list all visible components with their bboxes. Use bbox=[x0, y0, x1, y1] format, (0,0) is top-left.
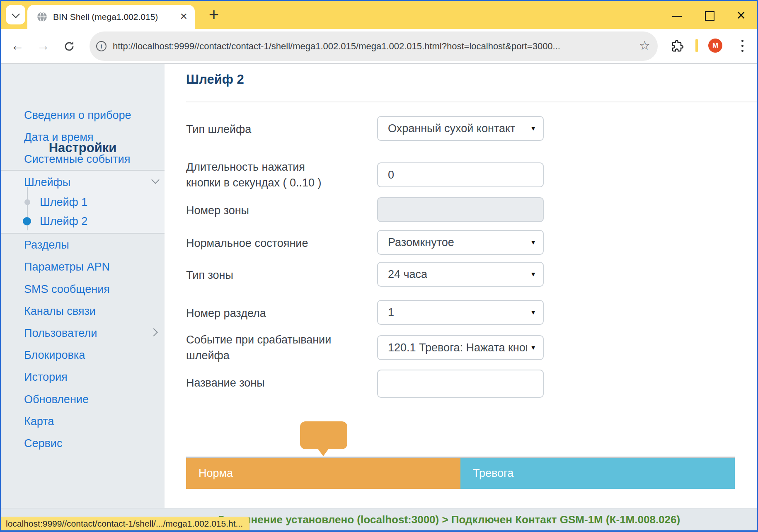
input-value: 0 bbox=[388, 163, 394, 186]
loop1-bullet-icon bbox=[24, 199, 30, 205]
field-label-zone-number: Номер зоны bbox=[186, 203, 340, 218]
state-alarm-label: Тревога bbox=[473, 467, 513, 479]
loop-state-bar: Норма Тревога bbox=[186, 457, 735, 489]
sidebar-divider bbox=[1, 233, 165, 234]
bookmark-star-icon[interactable]: ☆ bbox=[639, 31, 650, 61]
sidebar-item-partitions[interactable]: Разделы bbox=[24, 237, 69, 253]
toolbar-divider bbox=[1, 63, 757, 64]
sidebar-item-users[interactable]: Пользователи bbox=[24, 325, 97, 341]
theme-divider bbox=[695, 39, 698, 52]
tab-strip: BIN Shell (mega1.002.015) × + × bbox=[1, 1, 757, 29]
extensions-icon[interactable] bbox=[671, 40, 684, 52]
loop2-selected-bullet-icon bbox=[23, 217, 31, 225]
select-value: 1 bbox=[388, 301, 394, 324]
title-divider bbox=[186, 102, 757, 102]
state-segment-normal: Норма bbox=[186, 458, 460, 489]
forward-button[interactable]: → bbox=[34, 29, 52, 63]
globe-icon bbox=[36, 11, 48, 22]
sidebar-item-system-events[interactable]: Системные события bbox=[24, 151, 130, 167]
partition-number-select[interactable]: 1 ▼ bbox=[377, 300, 544, 325]
trigger-event-select[interactable]: 120.1 Тревога: Нажата кноп ▼ bbox=[377, 335, 544, 360]
dropdown-arrow-icon: ▼ bbox=[530, 301, 536, 324]
select-value: 24 часа bbox=[388, 263, 427, 286]
sidebar-divider bbox=[1, 170, 165, 171]
field-label-zone-name: Название зоны bbox=[186, 375, 340, 391]
browser-menu-button[interactable] bbox=[741, 40, 744, 55]
page-info-icon[interactable]: i bbox=[96, 41, 107, 51]
sidebar-item-sms[interactable]: SMS сообщения bbox=[24, 281, 110, 297]
link-preview-tooltip: localhost:9999//contact/contact-1/shell/… bbox=[1, 517, 249, 530]
field-label-press-duration: Длительность нажатия кнопки в секундах (… bbox=[186, 159, 340, 191]
window-border-left bbox=[0, 0, 1, 532]
page-title: Шлейф 2 bbox=[186, 72, 244, 87]
reload-button[interactable] bbox=[63, 40, 75, 53]
main-panel: Шлейф 2 Тип шлейфа Охранный сухой контак… bbox=[165, 64, 757, 508]
info-glyph: i bbox=[100, 43, 102, 50]
select-value: Разомкнутое bbox=[388, 231, 454, 254]
minimize-button[interactable] bbox=[668, 1, 686, 29]
field-label-zone-type: Тип зоны bbox=[186, 267, 340, 283]
new-tab-button[interactable]: + bbox=[205, 3, 223, 27]
sidebar-item-device-info[interactable]: Сведения о приборе bbox=[24, 107, 131, 123]
profile-avatar[interactable]: M bbox=[708, 39, 722, 53]
normal-state-select[interactable]: Разомкнутое ▼ bbox=[377, 230, 544, 255]
back-button[interactable]: ← bbox=[8, 29, 27, 63]
sidebar-item-service[interactable]: Сервис bbox=[24, 435, 62, 452]
zone-number-input bbox=[377, 197, 544, 222]
window-border-bottom bbox=[0, 530, 758, 532]
field-label-partition-number: Номер раздела bbox=[186, 305, 340, 321]
state-normal-label: Норма bbox=[199, 467, 233, 479]
tab-title: BIN Shell (mega1.002.015) bbox=[53, 5, 158, 29]
state-tooltip-bubble bbox=[300, 421, 347, 449]
dropdown-arrow-icon: ▼ bbox=[530, 263, 536, 286]
address-bar[interactable]: i http://localhost:9999//contact/contact… bbox=[90, 31, 658, 61]
select-value: Охранный сухой контакт bbox=[388, 117, 515, 140]
sidebar-item-apn[interactable]: Параметры APN bbox=[24, 259, 110, 275]
url-text[interactable]: http://localhost:9999//contact/contact-1… bbox=[113, 31, 629, 61]
sidebar-item-loop-1[interactable]: Шлейф 1 bbox=[40, 194, 87, 210]
close-window-button[interactable]: × bbox=[732, 1, 750, 29]
press-duration-input[interactable]: 0 bbox=[377, 162, 544, 187]
sidebar-item-date-time[interactable]: Дата и время bbox=[24, 129, 93, 145]
browser-window: BIN Shell (mega1.002.015) × + × ← → i ht… bbox=[0, 0, 758, 532]
settings-sidebar: Настройки Сведения о приборе Дата и врем… bbox=[1, 64, 165, 508]
sidebar-item-map[interactable]: Карта bbox=[24, 413, 54, 430]
close-icon: × bbox=[736, 7, 745, 24]
sidebar-item-history[interactable]: История bbox=[24, 369, 68, 385]
dropdown-arrow-icon: ▼ bbox=[530, 117, 536, 140]
minimize-icon bbox=[672, 16, 682, 17]
tab-search-button[interactable] bbox=[6, 5, 25, 24]
sidebar-item-loop-2[interactable]: Шлейф 2 bbox=[40, 213, 87, 230]
zone-name-input[interactable] bbox=[377, 370, 544, 398]
maximize-button[interactable] bbox=[700, 1, 719, 29]
chevron-down-icon bbox=[12, 10, 20, 18]
connection-status-message: Соединение установлено (localhost:3000) … bbox=[217, 508, 680, 530]
state-segment-alarm: Тревога bbox=[460, 458, 735, 489]
field-label-loop-type: Тип шлейфа bbox=[186, 121, 340, 137]
zone-type-select[interactable]: 24 часа ▼ bbox=[377, 262, 544, 287]
sidebar-item-channels[interactable]: Каналы связи bbox=[24, 303, 96, 319]
sidebar-item-loops[interactable]: Шлейфы bbox=[24, 174, 70, 191]
select-value: 120.1 Тревога: Нажата кноп bbox=[388, 336, 527, 359]
browser-tab[interactable]: BIN Shell (mega1.002.015) × bbox=[27, 5, 195, 29]
maximize-icon bbox=[705, 11, 714, 21]
sidebar-item-blocking[interactable]: Блокировка bbox=[24, 347, 85, 363]
browser-toolbar: ← → i http://localhost:9999//contact/con… bbox=[1, 29, 757, 63]
sidebar-item-update[interactable]: Обновление bbox=[24, 391, 89, 408]
window-border-top bbox=[0, 0, 758, 1]
state-tooltip-pointer bbox=[317, 448, 329, 456]
tab-close-icon[interactable]: × bbox=[180, 5, 187, 29]
dropdown-arrow-icon: ▼ bbox=[530, 231, 536, 254]
field-label-normal-state: Нормальное состояние bbox=[186, 235, 340, 251]
field-label-trigger-event: Событие при срабатывании шлейфа bbox=[186, 332, 340, 363]
loop-type-select[interactable]: Охранный сухой контакт ▼ bbox=[377, 116, 544, 141]
dropdown-arrow-icon: ▼ bbox=[530, 336, 536, 359]
